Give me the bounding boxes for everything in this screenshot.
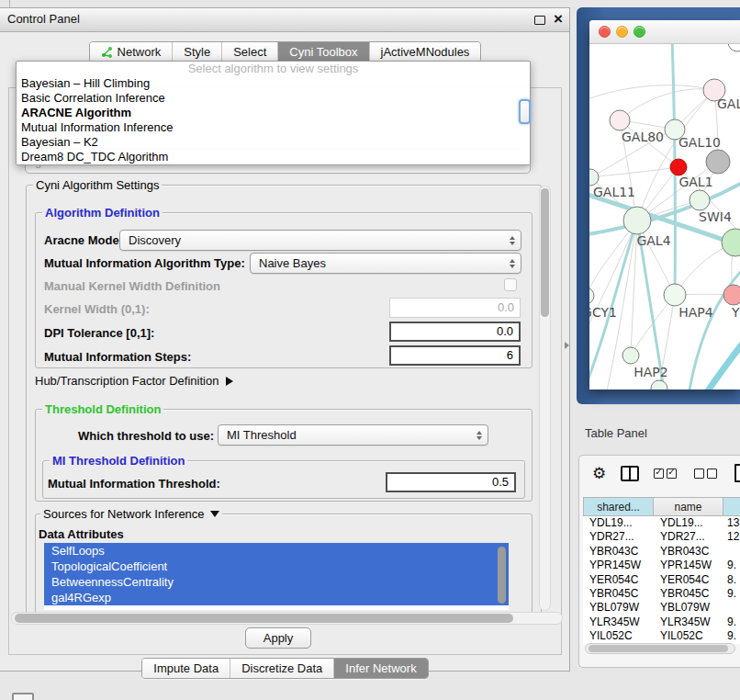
tab-jactivemnodules[interactable]: jActiveMNodules bbox=[369, 42, 481, 62]
mi-threshold-label: Mutual Information Threshold: bbox=[48, 477, 220, 491]
network-edge[interactable] bbox=[590, 167, 678, 177]
algorithm-option[interactable]: ARACNE Algorithm bbox=[17, 106, 530, 120]
dpi-tolerance-field[interactable]: 0.0 bbox=[389, 322, 521, 342]
mi-algorithm-select[interactable]: Naive Bayes bbox=[250, 253, 521, 274]
which-threshold-select[interactable]: MI Threshold bbox=[218, 424, 488, 446]
zoom-button[interactable] bbox=[633, 26, 645, 38]
attribute-item[interactable]: BetweennessCentrality bbox=[44, 574, 509, 590]
tab-discretize-data[interactable]: Discretize Data bbox=[230, 659, 333, 678]
tab-network[interactable]: Network bbox=[90, 42, 173, 62]
table-row[interactable]: YLR345WYLR345W9. bbox=[583, 615, 740, 629]
network-node[interactable] bbox=[589, 288, 594, 304]
panel-title: Control Panel bbox=[7, 8, 80, 30]
network-node[interactable] bbox=[728, 44, 740, 51]
attributes-scrollbar-thumb[interactable] bbox=[498, 547, 506, 604]
node-label: SWI4 bbox=[699, 209, 732, 224]
network-node[interactable] bbox=[723, 285, 740, 305]
table-row[interactable]: YPR145WYPR145W9. bbox=[583, 559, 740, 572]
network-node[interactable] bbox=[670, 159, 687, 175]
network-node[interactable] bbox=[622, 347, 639, 364]
hub-definition-toggle[interactable]: Hub/Transcription Factor Definition bbox=[35, 374, 233, 388]
table-horizontal-scrollbar-thumb[interactable] bbox=[589, 645, 728, 652]
aracne-mode-label: Aracne Mode: bbox=[44, 233, 123, 247]
kernel-width-field[interactable]: 0.0 bbox=[389, 298, 521, 318]
column-header[interactable]: shared... bbox=[583, 497, 654, 516]
table-row[interactable]: YDR27...YDR27...12 bbox=[583, 530, 740, 544]
network-node[interactable] bbox=[690, 190, 710, 210]
tab-style[interactable]: Style bbox=[172, 42, 221, 62]
algorithm-option[interactable]: Bayesian – K2 bbox=[17, 135, 530, 150]
network-node[interactable] bbox=[610, 110, 630, 130]
table-row[interactable]: YBR045CYBR045C9. bbox=[583, 587, 740, 601]
dropdown-prompt: Select algorithm to view settings bbox=[17, 62, 530, 76]
tab-select[interactable]: Select bbox=[221, 42, 277, 62]
network-node[interactable] bbox=[722, 229, 740, 256]
table-horizontal-scrollbar[interactable] bbox=[585, 643, 735, 654]
minimize-button[interactable] bbox=[616, 26, 628, 38]
control-panel-tabs-row: NetworkStyleSelectCyni ToolboxjActiveMNo… bbox=[0, 41, 570, 62]
manual-kernel-checkbox[interactable] bbox=[504, 278, 517, 291]
network-node[interactable] bbox=[664, 284, 686, 306]
split-view-icon[interactable] bbox=[621, 466, 639, 481]
mi-steps-field[interactable]: 6 bbox=[389, 345, 521, 366]
settings-vertical-scrollbar-thumb[interactable] bbox=[541, 188, 549, 317]
close-button[interactable] bbox=[599, 26, 611, 38]
table-cell bbox=[723, 601, 740, 615]
network-edge[interactable] bbox=[705, 333, 740, 390]
settings-horizontal-scrollbar-thumb[interactable] bbox=[15, 614, 513, 623]
node-label: GAL1 bbox=[678, 175, 712, 189]
float-icon[interactable] bbox=[534, 16, 545, 25]
table-row[interactable]: YBR043CYBR043C bbox=[583, 545, 740, 559]
attribute-item[interactable]: TopologicalCoefficient bbox=[44, 559, 509, 574]
network-canvas[interactable]: GAL80GAL10GALGAL1GAL11SWI4GAL4GCY1HAP4YH… bbox=[589, 44, 740, 390]
export-table-icon[interactable] bbox=[734, 464, 740, 482]
tab-cyni-toolbox[interactable]: Cyni Toolbox bbox=[277, 42, 368, 62]
aracne-mode-value: Discovery bbox=[129, 233, 181, 247]
table-cell: 9. bbox=[723, 559, 740, 572]
sources-toggle[interactable]: Sources for Network Inference bbox=[40, 507, 222, 521]
network-edge[interactable] bbox=[689, 265, 740, 390]
network-node[interactable] bbox=[651, 380, 667, 390]
algorithm-option[interactable]: Bayesian – Hill Climbing bbox=[17, 76, 530, 91]
table-cell: YIL052C bbox=[583, 629, 654, 643]
algorithm-option[interactable]: Mutual Information Inference bbox=[17, 120, 530, 135]
table-cell: YLR345W bbox=[583, 615, 654, 629]
aracne-mode-select[interactable]: Discovery bbox=[119, 230, 521, 251]
tab-infer-network[interactable]: Infer Network bbox=[333, 659, 427, 678]
data-attributes-list[interactable]: SelfLoopsTopologicalCoefficientBetweenne… bbox=[44, 543, 509, 610]
table-panel-window: ⚙✓✓ shared...nameA YDL19...YDL19...13YDR… bbox=[578, 455, 740, 668]
network-edge[interactable] bbox=[620, 89, 714, 120]
hub-definition-label: Hub/Transcription Factor Definition bbox=[35, 374, 219, 388]
table-row[interactable]: YBL079WYBL079W bbox=[583, 601, 740, 615]
attribute-item[interactable]: SelfLoops bbox=[44, 543, 509, 559]
mi-threshold-field[interactable]: 0.5 bbox=[386, 472, 516, 492]
table-row[interactable]: YIL052CYIL052C9. bbox=[583, 629, 740, 643]
table-cell: YIL052C bbox=[654, 629, 723, 643]
network-node[interactable] bbox=[623, 207, 651, 234]
table-cell: 9. bbox=[723, 587, 740, 601]
network-node[interactable] bbox=[706, 150, 730, 174]
select-columns-icon[interactable]: ✓✓ bbox=[654, 469, 679, 479]
table-row[interactable]: YDL19...YDL19...13 bbox=[583, 516, 740, 530]
network-edge[interactable] bbox=[589, 85, 714, 101]
attribute-item[interactable]: gal4RGexp bbox=[44, 590, 509, 605]
algorithm-option[interactable]: Dream8 DC_TDC Algorithm bbox=[17, 150, 530, 164]
apply-button[interactable]: Apply bbox=[245, 627, 311, 649]
table-toolbar: ⚙✓✓ bbox=[592, 464, 740, 482]
column-header[interactable]: A bbox=[723, 497, 740, 516]
algorithm-combo-stepper[interactable] bbox=[519, 99, 531, 124]
restore-panel-icon[interactable] bbox=[12, 693, 34, 700]
close-icon[interactable]: × bbox=[554, 9, 563, 29]
table-row[interactable]: YER054CYER054C8. bbox=[583, 573, 740, 587]
hide-columns-icon[interactable] bbox=[694, 469, 720, 479]
group-title: Threshold Definition bbox=[42, 402, 163, 416]
tab-impute-data[interactable]: Impute Data bbox=[142, 659, 230, 678]
algorithm-option[interactable]: Basic Correlation Inference bbox=[17, 91, 530, 106]
column-header[interactable]: name bbox=[654, 497, 723, 516]
mi-algorithm-label: Mutual Information Algorithm Type: bbox=[44, 256, 245, 270]
network-edge[interactable] bbox=[589, 220, 637, 338]
settings-gear-icon[interactable]: ⚙ bbox=[592, 466, 606, 481]
network-window-titlebar[interactable] bbox=[589, 20, 740, 44]
panel-divider-grip[interactable] bbox=[565, 342, 569, 349]
node-label: GAL bbox=[717, 96, 740, 111]
